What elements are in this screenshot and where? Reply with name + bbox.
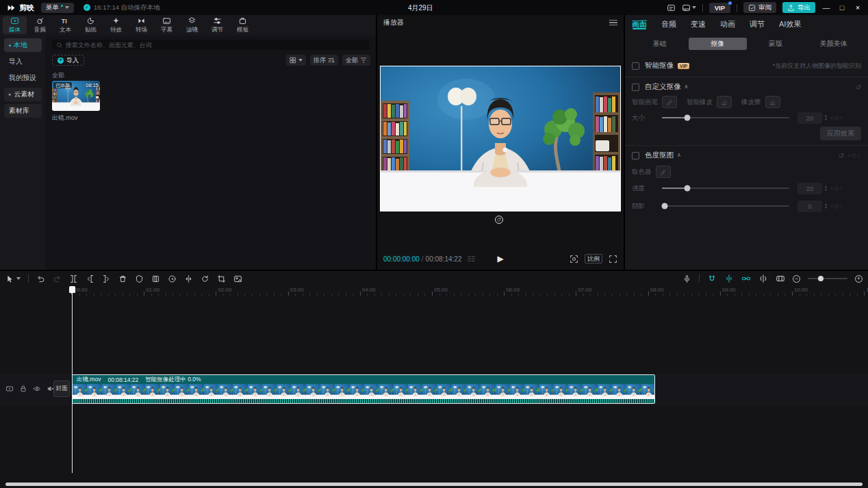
vip-button[interactable]: VIP [709,3,730,13]
fullscreen-icon[interactable] [609,255,617,264]
layout-switch-button[interactable] [682,3,696,12]
linking-icon[interactable] [741,274,751,283]
subtab-beauty[interactable]: 美颜美体 [804,38,863,50]
toolbar-tab-audio[interactable]: 音频 [28,16,52,34]
minimize-button[interactable]: — [821,3,831,12]
record-voiceover-icon[interactable] [682,274,691,283]
toolbar-tab-transition[interactable]: 转场 [129,16,153,34]
review-button[interactable]: 审阅 [743,2,776,13]
playhead-handle[interactable] [69,286,75,293]
size-value[interactable]: 20 [797,112,822,124]
size-slider[interactable] [662,117,789,118]
tab-audio[interactable]: 音频 [661,19,676,31]
keyframe-controls[interactable]: ‹◇› [831,185,844,192]
shadow-stepper[interactable]: ▴▾ [825,203,827,209]
zoom-in-button[interactable]: + [855,275,863,283]
smart-brush-button[interactable] [662,96,677,108]
rotate-icon[interactable] [201,274,209,283]
shadow-slider[interactable] [662,205,789,207]
global-preview-icon[interactable] [776,274,785,283]
select-tool-button[interactable] [5,274,21,283]
video-clip[interactable]: 出镜.mov 00:08:14:22 智能抠像处理中 0.0% [72,374,655,404]
timeline-zoom-slider[interactable] [808,278,847,279]
timeline-ruler[interactable]: 00:0001:0002:0003:0004:0005:0006:0007:00… [0,286,868,296]
hide-track-icon[interactable] [33,385,41,393]
mirror-icon[interactable] [184,274,193,283]
preview-axis-icon[interactable] [758,274,768,283]
playhead[interactable] [72,286,73,473]
toolbar-tab-captions[interactable]: 字幕 [155,16,179,34]
reverse-icon[interactable] [168,274,177,283]
custom-matting-checkbox[interactable] [632,84,639,91]
size-stepper[interactable]: ▴▾ [825,114,827,121]
smart-eraser-button[interactable] [717,96,732,108]
collapse-icon[interactable]: ∧ [685,84,689,90]
strength-value[interactable]: 20 [797,183,822,194]
sort-button[interactable]: 排序 [310,55,338,66]
preview-quality-icon[interactable] [570,255,578,264]
frame-list-icon[interactable] [467,255,476,262]
color-picker-button[interactable] [656,166,671,178]
toolbar-tab-adjust[interactable]: 调节 [205,16,229,34]
tab-animation[interactable]: 动画 [720,19,735,31]
delete-icon[interactable] [118,274,127,283]
subtab-matting[interactable]: 抠像 [689,38,747,50]
play-button[interactable]: ▶ [497,254,503,264]
sidebar-item-presets[interactable]: 我的预设 [4,71,42,85]
lock-track-icon[interactable] [19,385,27,393]
sidebar-item-import[interactable]: 导入 [4,55,42,68]
strength-stepper[interactable]: ▴▾ [825,185,827,192]
import-button[interactable]: + 导入 [52,55,84,66]
tab-adjust[interactable]: 调节 [750,19,765,31]
reset-icon[interactable]: ↺ [856,84,861,91]
menu-button[interactable]: 菜单 [41,3,74,13]
sidebar-item-library[interactable]: 素材库 [4,104,42,118]
tab-picture[interactable]: 画面 [632,19,647,31]
zoom-out-button[interactable]: − [793,275,800,283]
keyframe-controls[interactable]: ‹◇› [848,152,861,159]
shadow-value[interactable]: 0 [797,201,822,212]
collapse-icon[interactable]: ∧ [677,152,681,158]
toolbar-tab-effects[interactable]: 特效 [104,16,128,34]
trim-right-icon[interactable] [102,274,111,283]
maximize-button[interactable]: □ [837,3,847,12]
video-preview[interactable] [381,66,620,211]
subtab-basic[interactable]: 基础 [630,38,689,50]
tab-ai-effects[interactable]: AI效果 [779,19,801,31]
rotate-handle-icon[interactable] [495,216,503,224]
release-notes-icon[interactable] [667,3,676,12]
ratio-button[interactable]: 比例 [585,254,602,264]
smart-matting-checkbox[interactable] [632,62,639,70]
eraser-button[interactable] [765,96,780,108]
freeze-frame-icon[interactable] [151,274,160,283]
cover-button[interactable]: 封面 [53,381,70,397]
view-mode-button[interactable] [286,55,306,66]
toolbar-tab-sticker[interactable]: 贴纸 [79,16,103,34]
toolbar-tab-text[interactable]: TI 文本 [53,16,77,34]
apply-effect-button[interactable]: 应用效果 [820,127,861,140]
player-menu-icon[interactable] [609,20,617,25]
chroma-key-checkbox[interactable] [632,152,639,159]
export-button[interactable]: 导出 [782,2,815,13]
reset-icon[interactable]: ↺‹◇› [839,152,861,159]
horizontal-scrollbar[interactable] [5,483,863,486]
keyframe-controls[interactable]: ‹◇› [831,114,844,121]
split-icon[interactable] [69,274,78,283]
strength-slider[interactable] [662,188,789,189]
tab-speed[interactable]: 变速 [691,19,706,31]
redo-icon[interactable] [53,274,62,283]
toolbar-tab-filters[interactable]: 滤镜 [180,16,204,34]
search-input[interactable] [66,42,366,49]
filter-button[interactable]: 全部 [342,55,370,66]
media-item[interactable]: 已添加 08:15 [52,81,100,111]
search-bar[interactable] [52,40,370,50]
undo-icon[interactable] [36,274,45,283]
sidebar-item-cloud[interactable]: ▸ 云素材 [4,88,42,101]
smart-tools-icon[interactable] [233,274,242,283]
auto-snap-icon[interactable] [724,274,734,283]
trim-left-icon[interactable] [86,274,94,283]
mask-icon[interactable] [135,274,144,283]
sidebar-item-local[interactable]: 本地 [4,38,42,52]
keyframe-controls[interactable]: ‹◇› [831,203,844,209]
toolbar-tab-templates[interactable]: 模板 [231,16,255,34]
